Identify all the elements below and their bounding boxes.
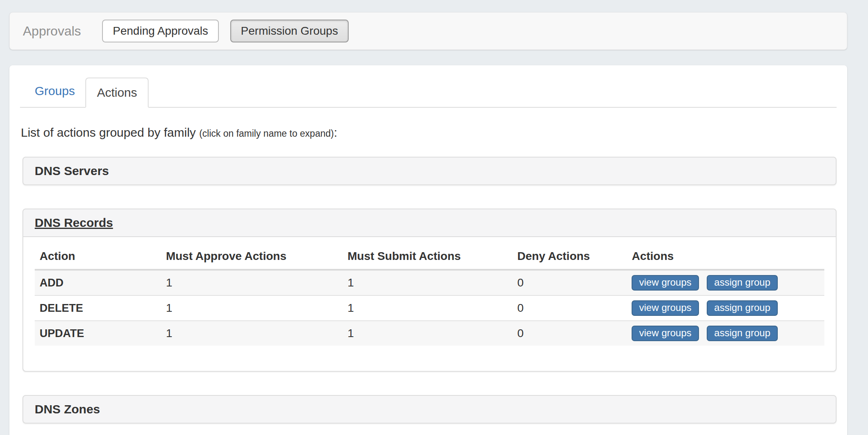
family-panel-dns-records: DNS Records Action Must Approve Actions … — [22, 209, 837, 372]
col-header-must-submit: Must Submit Actions — [343, 246, 512, 270]
tab-bar: Groups Actions — [20, 77, 837, 108]
family-header-dns-records[interactable]: DNS Records — [23, 209, 836, 237]
cell-action-name: ADD — [35, 270, 161, 295]
cell-must-approve: 1 — [161, 295, 343, 321]
col-header-actions: Actions — [627, 246, 824, 270]
view-groups-button[interactable]: view groups — [632, 275, 699, 291]
table-row-add: ADD 1 1 0 view groups assign group — [35, 270, 824, 295]
tab-groups[interactable]: Groups — [24, 77, 85, 107]
cell-must-submit: 1 — [343, 270, 512, 295]
family-panel-dns-servers: DNS Servers — [22, 157, 837, 185]
cell-must-submit: 1 — [343, 295, 512, 321]
content-panel: Groups Actions List of actions grouped b… — [9, 65, 847, 435]
table-row-delete: DELETE 1 1 0 view groups assign group — [35, 295, 824, 321]
col-header-action: Action — [35, 246, 161, 270]
page-header-bar: Approvals Pending Approvals Permission G… — [9, 12, 847, 50]
family-panel-group: DNS Servers DNS Records Action Must Appr… — [22, 157, 837, 424]
cell-action-name: UPDATE — [35, 321, 161, 346]
family-body-dns-records: Action Must Approve Actions Must Submit … — [23, 237, 836, 371]
tab-actions[interactable]: Actions — [85, 78, 148, 108]
page-title: Approvals — [23, 24, 81, 39]
family-link-dns-records[interactable]: DNS Records — [35, 216, 113, 229]
cell-deny: 0 — [512, 295, 627, 321]
cell-actions: view groups assign group — [627, 295, 824, 321]
cell-must-approve: 1 — [161, 321, 343, 346]
cell-actions: view groups assign group — [627, 270, 824, 295]
table-header-row: Action Must Approve Actions Must Submit … — [35, 246, 824, 270]
permission-groups-button[interactable]: Permission Groups — [230, 20, 349, 42]
family-panel-dns-zones: DNS Zones — [22, 395, 837, 424]
cell-action-name: DELETE — [35, 295, 161, 321]
col-header-deny: Deny Actions — [512, 246, 627, 270]
family-link-dns-servers[interactable]: DNS Servers — [35, 164, 109, 178]
view-groups-button[interactable]: view groups — [632, 326, 699, 341]
col-header-must-approve: Must Approve Actions — [161, 246, 343, 270]
family-header-dns-servers[interactable]: DNS Servers — [23, 158, 836, 184]
family-header-dns-zones[interactable]: DNS Zones — [23, 396, 836, 423]
assign-group-button[interactable]: assign group — [707, 275, 777, 291]
view-groups-button[interactable]: view groups — [632, 300, 699, 316]
cell-deny: 0 — [512, 270, 627, 295]
intro-main: List of actions grouped by family — [21, 126, 199, 139]
intro-hint: (click on family name to expand) — [199, 128, 334, 139]
family-link-dns-zones[interactable]: DNS Zones — [35, 402, 100, 416]
table-row-update: UPDATE 1 1 0 view groups assign group — [35, 321, 824, 346]
permissions-table: Action Must Approve Actions Must Submit … — [35, 246, 824, 346]
pending-approvals-button[interactable]: Pending Approvals — [102, 20, 219, 42]
cell-must-approve: 1 — [161, 270, 343, 295]
assign-group-button[interactable]: assign group — [707, 300, 777, 316]
cell-must-submit: 1 — [343, 321, 512, 346]
intro-text: List of actions grouped by family (click… — [21, 126, 837, 140]
assign-group-button[interactable]: assign group — [707, 326, 777, 341]
cell-deny: 0 — [512, 321, 627, 346]
intro-suffix: : — [334, 126, 337, 139]
cell-actions: view groups assign group — [627, 321, 824, 346]
table-header: Action Must Approve Actions Must Submit … — [35, 246, 824, 270]
